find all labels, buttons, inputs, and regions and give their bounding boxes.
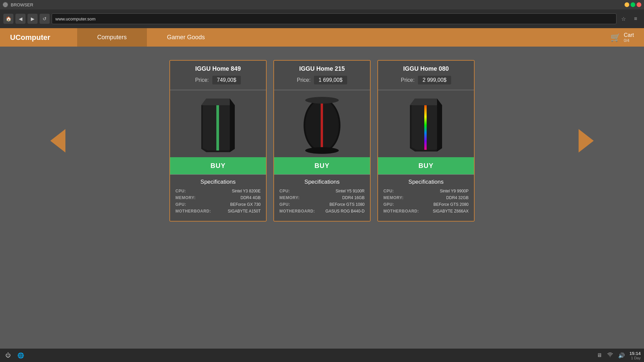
svg-point-11 <box>305 97 339 104</box>
product-price-row-215: Price: 1 699,00$ <box>277 76 367 87</box>
spec-gpu-label-215: GPU: <box>279 202 290 207</box>
spec-memory-val-215: DDR4 16GB <box>342 195 365 200</box>
products-container: IGGU Home 849 Price: 749,00$ <box>169 60 475 222</box>
spec-mb-label-849: MOTHERBOARD: <box>175 209 211 214</box>
nav-gamer-goods[interactable]: Gamer Goods <box>147 28 225 47</box>
nav-links: Computers Gamer Goods <box>77 28 610 47</box>
svg-rect-5 <box>216 100 219 150</box>
nav-computers[interactable]: Computers <box>77 28 147 47</box>
svg-marker-7 <box>230 99 235 152</box>
specs-title-080: Specifications <box>383 179 469 185</box>
product-header-080: IGGU Home 080 Price: 2 999,00$ <box>378 61 474 90</box>
spec-gpu-val-080: BEForce GTS 2080 <box>433 202 469 207</box>
window-controls <box>625 2 641 7</box>
spec-memory-215: MEMORY: DDR4 16GB <box>279 195 365 200</box>
svg-rect-15 <box>424 101 427 150</box>
spec-cpu-080: CPU: Sintel Y9 9900P <box>383 189 469 193</box>
browser-title: BROWSER <box>11 2 33 7</box>
spec-memory-label-080: MEMORY: <box>383 195 404 200</box>
taskbar: ⏻ 🌐 🖥 🔊 15:14 1 Day <box>0 349 644 362</box>
buy-button-080[interactable]: BUY <box>378 157 474 174</box>
spec-gpu-val-215: BEForce GTS 1080 <box>329 202 365 207</box>
product-name-215: IGGU Home 215 <box>277 65 367 72</box>
spec-cpu-val-080: Sintel Y9 9900P <box>440 189 469 193</box>
product-price-row-080: Price: 2 999,00$ <box>381 76 471 87</box>
close-button[interactable] <box>637 2 641 7</box>
specs-title-215: Specifications <box>279 179 365 185</box>
browser-toolbar: 🏠 ◀ ▶ ↺ ☆ ≡ <box>0 9 644 28</box>
forward-button[interactable]: ▶ <box>28 14 38 24</box>
address-bar[interactable] <box>52 13 616 24</box>
buy-button-215[interactable]: BUY <box>274 157 370 174</box>
svg-point-12 <box>305 147 339 154</box>
wifi-icon[interactable] <box>607 352 613 359</box>
spec-cpu-849: CPU: Sintel Y3 8200E <box>175 189 261 193</box>
back-button[interactable]: ◀ <box>15 14 25 24</box>
bookmark-button[interactable]: ☆ <box>619 14 629 24</box>
right-arrow-icon <box>579 129 594 153</box>
spec-gpu-label-080: GPU: <box>383 202 394 207</box>
globe-icon: 🌐 <box>17 352 24 359</box>
previous-arrow[interactable] <box>50 129 65 153</box>
spec-mb-val-215: GASUS ROG B440-D <box>325 209 365 214</box>
clock-time: 15:14 <box>630 351 641 356</box>
spec-memory-080: MEMORY: DDR4 32GB <box>383 195 469 200</box>
product-image-849 <box>170 90 266 157</box>
clock-date: 1 Day <box>630 356 641 360</box>
product-price-row-849: Price: 749,00$ <box>173 76 263 87</box>
spec-gpu-215: GPU: BEForce GTS 1080 <box>279 202 365 207</box>
tower-svg-849 <box>196 92 240 156</box>
product-card-iggu-215: IGGU Home 215 Price: 1 699,00$ <box>273 60 371 222</box>
spec-mb-val-080: SIGABYTE Z666AX <box>433 209 469 214</box>
price-value-849: 749,00$ <box>212 76 241 84</box>
power-button[interactable]: ⏻ <box>3 351 13 360</box>
specs-section-080: Specifications CPU: Sintel Y9 9900P MEMO… <box>378 174 474 221</box>
globe-button[interactable]: 🌐 <box>16 351 25 360</box>
product-card-iggu-080: IGGU Home 080 Price: 2 999,00$ <box>377 60 475 222</box>
site-logo: UComputer <box>10 33 50 42</box>
spec-motherboard-080: MOTHERBOARD: SIGABYTE Z666AX <box>383 209 469 214</box>
spec-cpu-label-849: CPU: <box>175 189 186 193</box>
price-label-215: Price: <box>297 77 311 83</box>
cart-info: Cart 0/4 <box>624 32 634 43</box>
main-content: IGGU Home 849 Price: 749,00$ <box>0 47 644 235</box>
svg-marker-17 <box>437 99 442 152</box>
product-card-iggu-849: IGGU Home 849 Price: 749,00$ <box>169 60 267 222</box>
browser-app-icon <box>3 2 8 7</box>
power-icon: ⏻ <box>5 352 11 358</box>
cart-icon: 🛒 <box>610 33 621 42</box>
spec-cpu-label-080: CPU: <box>383 189 394 193</box>
product-header-849: IGGU Home 849 Price: 749,00$ <box>170 61 266 90</box>
spec-gpu-849: GPU: BEForce GX 730 <box>175 202 261 207</box>
screen-icon[interactable]: 🖥 <box>597 352 602 358</box>
spec-motherboard-849: MOTHERBOARD: SIGABYTE A150T <box>175 209 261 214</box>
minimize-button[interactable] <box>625 2 629 7</box>
buy-button-849[interactable]: BUY <box>170 157 266 174</box>
spec-gpu-val-849: BEForce GX 730 <box>230 202 261 207</box>
spec-memory-label-215: MEMORY: <box>279 195 300 200</box>
spec-memory-849: MEMORY: DDR4 4GB <box>175 195 261 200</box>
svg-rect-10 <box>321 100 323 150</box>
cart-area[interactable]: 🛒 Cart 0/4 <box>610 32 634 43</box>
specs-section-849: Specifications CPU: Sintel Y3 8200E MEMO… <box>170 174 266 221</box>
spec-gpu-label-849: GPU: <box>175 202 186 207</box>
product-name-080: IGGU Home 080 <box>381 65 471 72</box>
tower-svg-215 <box>300 92 344 156</box>
refresh-button[interactable]: ↺ <box>40 14 50 24</box>
home-button[interactable]: 🏠 <box>3 14 13 24</box>
price-label-080: Price: <box>401 77 415 83</box>
next-arrow[interactable] <box>579 129 594 153</box>
browser-menu-button[interactable]: ≡ <box>631 14 641 24</box>
spec-gpu-080: GPU: BEForce GTS 2080 <box>383 202 469 207</box>
taskbar-left: ⏻ 🌐 <box>3 351 25 360</box>
spec-mb-label-215: MOTHERBOARD: <box>279 209 315 214</box>
specs-title-849: Specifications <box>175 179 261 185</box>
price-value-215: 1 699,00$ <box>314 76 347 84</box>
website-content: UComputer Computers Gamer Goods 🛒 Cart 0… <box>0 28 644 349</box>
spec-memory-label-849: MEMORY: <box>175 195 196 200</box>
spec-memory-val-849: DDR4 4GB <box>240 195 261 200</box>
spec-mb-label-080: MOTHERBOARD: <box>383 209 419 214</box>
product-header-215: IGGU Home 215 Price: 1 699,00$ <box>274 61 370 90</box>
maximize-button[interactable] <box>631 2 635 7</box>
volume-icon[interactable]: 🔊 <box>618 352 625 359</box>
